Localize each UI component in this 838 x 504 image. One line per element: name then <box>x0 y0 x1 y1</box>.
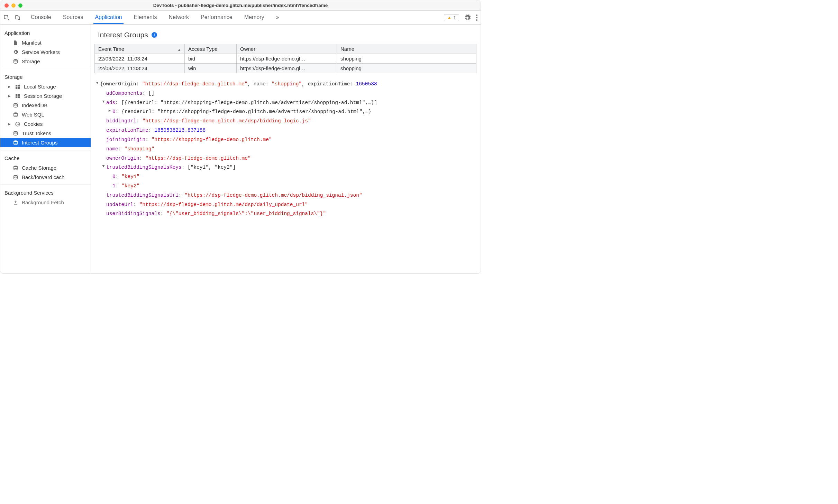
sidebar-item-label: IndexedDB <box>22 102 47 108</box>
cell-name: shopping <box>337 54 476 64</box>
panel-tabs: Console Sources Application Elements Net… <box>29 11 280 24</box>
col-owner[interactable]: Owner <box>237 44 337 54</box>
tab-sources[interactable]: Sources <box>62 11 85 24</box>
sidebar-separator <box>0 150 91 150</box>
sidebar-header-bgservices: Background Services <box>0 188 91 198</box>
sidebar-item-background-fetch[interactable]: Background Fetch <box>0 198 91 207</box>
table-row[interactable]: 22/03/2022, 11:03:24 bid https://dsp-fle… <box>95 54 476 64</box>
expander-icon[interactable]: ▼ <box>94 80 100 89</box>
sidebar-item-label: Background Fetch <box>22 199 64 205</box>
table-row[interactable]: 22/03/2022, 11:03:24 win https://dsp-fle… <box>95 64 476 73</box>
interest-groups-table: Event Time▲ Access Type Owner Name 22/03… <box>94 44 476 73</box>
svg-point-15 <box>17 123 17 124</box>
window-title: DevTools - publisher-fledge-demo.glitch.… <box>0 3 481 8</box>
expander-icon[interactable]: ▶ <box>107 107 112 116</box>
window-minimize-button[interactable] <box>11 3 16 8</box>
settings-icon[interactable] <box>464 14 471 21</box>
inspect-icon[interactable] <box>3 14 10 21</box>
cookie-icon <box>15 121 20 127</box>
tab-elements[interactable]: Elements <box>133 11 158 24</box>
upload-icon <box>13 200 18 205</box>
sidebar-item-label: Service Workers <box>22 49 60 55</box>
svg-point-21 <box>14 166 18 167</box>
svg-rect-7 <box>18 87 20 88</box>
panel-heading: Interest Groups i <box>91 25 481 44</box>
sidebar-item-cookies[interactable]: ▶ Cookies <box>0 119 91 129</box>
device-toggle-icon[interactable] <box>14 14 21 21</box>
sidebar-item-label: Cookies <box>24 121 43 127</box>
svg-rect-8 <box>16 94 17 96</box>
sidebar-item-indexeddb[interactable]: IndexedDB <box>0 101 91 110</box>
sidebar-item-label: Trust Tokens <box>22 130 51 136</box>
expander-icon[interactable]: ▼ <box>101 98 106 108</box>
window-zoom-button[interactable] <box>18 3 22 8</box>
sidebar-item-label: Manifest <box>22 40 42 46</box>
sidebar-item-label: Back/forward cach <box>22 174 64 180</box>
cell-time: 22/03/2022, 11:03:24 <box>95 64 185 73</box>
cell-owner: https://dsp-fledge-demo.gl… <box>237 54 337 64</box>
col-event-time[interactable]: Event Time▲ <box>95 44 185 54</box>
svg-point-12 <box>14 103 18 104</box>
sidebar-item-service-workers[interactable]: Service Workers <box>0 47 91 57</box>
devtools-window: DevTools - publisher-fledge-demo.glitch.… <box>0 0 481 274</box>
svg-point-14 <box>16 122 20 126</box>
svg-point-1 <box>476 17 477 18</box>
svg-point-19 <box>14 131 18 132</box>
expander-icon[interactable]: ▼ <box>101 163 106 172</box>
svg-rect-5 <box>18 85 20 86</box>
warnings-badge[interactable]: ▲ 1 <box>444 14 459 21</box>
tab-application[interactable]: Application <box>93 11 123 24</box>
sidebar-item-manifest[interactable]: Manifest <box>0 38 91 47</box>
tabstrip: Console Sources Application Elements Net… <box>0 11 481 25</box>
sidebar-item-cache-storage[interactable]: Cache Storage <box>0 163 91 172</box>
svg-point-18 <box>18 124 19 125</box>
svg-rect-4 <box>16 85 17 86</box>
sidebar: Application Manifest Service Workers Sto… <box>0 25 91 273</box>
titlebar: DevTools - publisher-fledge-demo.glitch.… <box>0 0 481 11</box>
tabs-overflow-button[interactable]: » <box>274 11 280 24</box>
svg-point-3 <box>14 59 18 60</box>
cell-name: shopping <box>337 64 476 73</box>
sidebar-item-local-storage[interactable]: ▶ Local Storage <box>0 82 91 91</box>
main-panel: Interest Groups i Event Time▲ Access Typ… <box>91 25 481 273</box>
sidebar-item-label: Storage <box>22 58 40 64</box>
gear-icon <box>13 49 18 55</box>
tab-memory[interactable]: Memory <box>243 11 266 24</box>
sidebar-item-websql[interactable]: Web SQL <box>0 110 91 119</box>
sidebar-item-interest-groups[interactable]: Interest Groups <box>0 138 91 147</box>
database-icon <box>13 59 18 64</box>
col-name[interactable]: Name <box>337 44 476 54</box>
tab-console[interactable]: Console <box>29 11 53 24</box>
col-access-type[interactable]: Access Type <box>185 44 237 54</box>
cell-type: bid <box>185 54 237 64</box>
svg-rect-6 <box>16 87 17 88</box>
sidebar-item-storage[interactable]: Storage <box>0 57 91 66</box>
warning-icon: ▲ <box>447 15 452 20</box>
sidebar-item-session-storage[interactable]: ▶ Session Storage <box>0 91 91 101</box>
sidebar-separator <box>0 69 91 69</box>
svg-rect-11 <box>18 96 20 98</box>
window-close-button[interactable] <box>4 3 9 8</box>
cell-owner: https://dsp-fledge-demo.gl… <box>237 64 337 73</box>
file-icon <box>13 40 18 46</box>
chevron-right-icon: ▶ <box>8 94 11 98</box>
database-icon <box>13 165 18 171</box>
tab-performance[interactable]: Performance <box>199 11 234 24</box>
database-icon <box>13 175 18 180</box>
tab-network[interactable]: Network <box>167 11 190 24</box>
svg-point-0 <box>476 15 477 16</box>
sidebar-item-label: Session Storage <box>24 93 62 99</box>
more-menu-icon[interactable] <box>476 14 478 21</box>
svg-point-2 <box>476 19 477 21</box>
window-controls <box>0 3 22 8</box>
cell-time: 22/03/2022, 11:03:24 <box>95 54 185 64</box>
warning-count: 1 <box>453 15 456 20</box>
svg-rect-9 <box>18 94 20 96</box>
info-icon[interactable]: i <box>152 32 157 38</box>
sidebar-header-application: Application <box>0 28 91 38</box>
sidebar-header-cache: Cache <box>0 153 91 163</box>
database-icon <box>13 140 18 146</box>
sidebar-item-trust-tokens[interactable]: Trust Tokens <box>0 129 91 138</box>
svg-rect-10 <box>16 96 17 98</box>
sidebar-item-bfcache[interactable]: Back/forward cach <box>0 172 91 182</box>
